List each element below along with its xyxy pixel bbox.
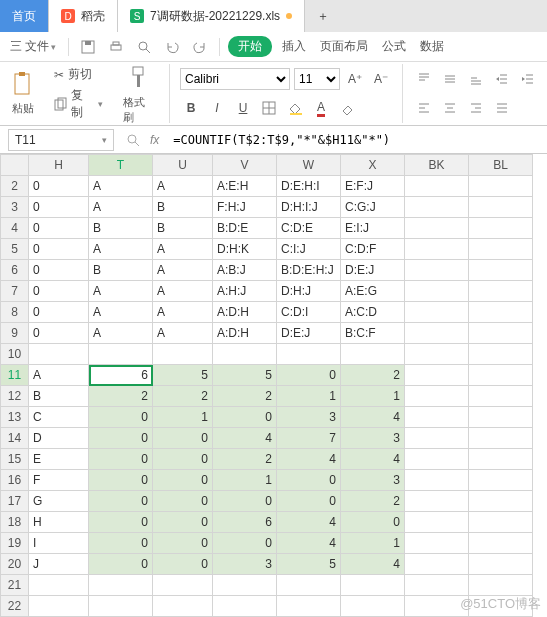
cell[interactable]: D:E:H:I bbox=[277, 176, 341, 197]
cell-grid[interactable]: HTUVWXBKBL20AAA:E:HD:E:H:IE:F:J30ABF:H:J… bbox=[0, 154, 547, 617]
cell[interactable]: 0 bbox=[89, 533, 153, 554]
row-header[interactable]: 16 bbox=[1, 470, 29, 491]
cell[interactable] bbox=[469, 428, 533, 449]
cell[interactable]: B bbox=[89, 260, 153, 281]
cell[interactable] bbox=[405, 260, 469, 281]
tab-daoke[interactable]: D 稻壳 bbox=[49, 0, 118, 32]
cell[interactable] bbox=[29, 596, 89, 617]
cell[interactable]: F:H:J bbox=[213, 197, 277, 218]
cell[interactable] bbox=[405, 491, 469, 512]
cell[interactable]: A bbox=[89, 176, 153, 197]
cell[interactable]: E:I:J bbox=[341, 218, 405, 239]
underline-button[interactable]: U bbox=[232, 97, 254, 119]
cell[interactable]: D:E:J bbox=[341, 260, 405, 281]
menu-file[interactable]: 三 文件▾ bbox=[6, 36, 60, 57]
cell[interactable]: 0 bbox=[277, 365, 341, 386]
align-center-button[interactable] bbox=[439, 97, 461, 119]
cell[interactable]: 0 bbox=[89, 554, 153, 575]
cell[interactable]: 0 bbox=[213, 407, 277, 428]
cell[interactable]: G bbox=[29, 491, 89, 512]
cell[interactable]: 1 bbox=[213, 470, 277, 491]
cell[interactable] bbox=[29, 575, 89, 596]
column-header[interactable]: V bbox=[213, 155, 277, 176]
cell[interactable] bbox=[469, 197, 533, 218]
cell[interactable]: 0 bbox=[89, 512, 153, 533]
decrease-font-button[interactable]: A⁻ bbox=[370, 68, 392, 90]
cell[interactable]: D bbox=[29, 428, 89, 449]
cell[interactable] bbox=[213, 344, 277, 365]
cell[interactable]: 0 bbox=[153, 470, 213, 491]
menu-insert[interactable]: 插入 bbox=[278, 36, 310, 57]
cell[interactable]: 2 bbox=[341, 491, 405, 512]
cell[interactable]: 0 bbox=[29, 218, 89, 239]
cell[interactable]: D:H:J bbox=[277, 281, 341, 302]
menu-formulas[interactable]: 公式 bbox=[378, 36, 410, 57]
cell[interactable] bbox=[153, 575, 213, 596]
font-color-button[interactable]: A bbox=[310, 97, 332, 119]
cell[interactable] bbox=[405, 428, 469, 449]
tab-home[interactable]: 首页 bbox=[0, 0, 49, 32]
cell[interactable]: 0 bbox=[29, 197, 89, 218]
bold-button[interactable]: B bbox=[180, 97, 202, 119]
row-header[interactable]: 7 bbox=[1, 281, 29, 302]
cell[interactable]: 0 bbox=[153, 554, 213, 575]
cell[interactable] bbox=[469, 533, 533, 554]
cell[interactable]: C:D:E bbox=[277, 218, 341, 239]
cell[interactable]: 7 bbox=[277, 428, 341, 449]
cell[interactable] bbox=[277, 344, 341, 365]
cell[interactable]: A:D:H bbox=[213, 323, 277, 344]
column-header[interactable]: W bbox=[277, 155, 341, 176]
cell[interactable]: E bbox=[29, 449, 89, 470]
cell[interactable]: 6 bbox=[213, 512, 277, 533]
cell[interactable] bbox=[469, 281, 533, 302]
cell[interactable] bbox=[405, 218, 469, 239]
cell[interactable]: C:D:F bbox=[341, 239, 405, 260]
cell[interactable]: 0 bbox=[29, 323, 89, 344]
qat-preview[interactable] bbox=[133, 38, 155, 56]
cell[interactable]: 5 bbox=[153, 365, 213, 386]
justify-button[interactable] bbox=[491, 97, 513, 119]
cell[interactable]: 0 bbox=[277, 491, 341, 512]
cell[interactable] bbox=[29, 344, 89, 365]
cell[interactable] bbox=[469, 323, 533, 344]
cell[interactable]: A bbox=[89, 239, 153, 260]
cell[interactable]: 4 bbox=[341, 449, 405, 470]
cell[interactable]: C:D:I bbox=[277, 302, 341, 323]
column-header[interactable]: H bbox=[29, 155, 89, 176]
row-header[interactable]: 20 bbox=[1, 554, 29, 575]
borders-button[interactable] bbox=[258, 97, 280, 119]
align-left-button[interactable] bbox=[413, 97, 435, 119]
cell[interactable] bbox=[469, 302, 533, 323]
cell[interactable]: A:B:J bbox=[213, 260, 277, 281]
menu-start[interactable]: 开始 bbox=[228, 36, 272, 57]
cell[interactable]: A bbox=[153, 239, 213, 260]
cell[interactable]: B bbox=[29, 386, 89, 407]
cell[interactable]: E:F:J bbox=[341, 176, 405, 197]
cell[interactable] bbox=[405, 344, 469, 365]
cell[interactable]: B bbox=[153, 218, 213, 239]
cell[interactable]: 1 bbox=[341, 386, 405, 407]
cell[interactable]: A bbox=[89, 197, 153, 218]
increase-indent-button[interactable] bbox=[517, 68, 539, 90]
cell[interactable]: 5 bbox=[213, 365, 277, 386]
cell[interactable] bbox=[405, 239, 469, 260]
cell[interactable]: A bbox=[153, 176, 213, 197]
row-header[interactable]: 11 bbox=[1, 365, 29, 386]
cell[interactable] bbox=[469, 260, 533, 281]
cell[interactable] bbox=[405, 554, 469, 575]
cell[interactable] bbox=[469, 575, 533, 596]
cell[interactable]: 2 bbox=[89, 386, 153, 407]
format-painter-button[interactable]: 格式刷 bbox=[119, 64, 159, 126]
row-header[interactable]: 22 bbox=[1, 596, 29, 617]
cell[interactable]: 0 bbox=[153, 491, 213, 512]
cell[interactable] bbox=[89, 596, 153, 617]
cell[interactable]: 0 bbox=[153, 428, 213, 449]
qat-print[interactable] bbox=[105, 38, 127, 56]
row-header[interactable]: 6 bbox=[1, 260, 29, 281]
cell[interactable]: 0 bbox=[153, 449, 213, 470]
cell[interactable]: 2 bbox=[153, 386, 213, 407]
font-name-select[interactable]: Calibri bbox=[180, 68, 290, 90]
cell[interactable]: A:E:G bbox=[341, 281, 405, 302]
cell[interactable] bbox=[89, 344, 153, 365]
row-header[interactable]: 9 bbox=[1, 323, 29, 344]
